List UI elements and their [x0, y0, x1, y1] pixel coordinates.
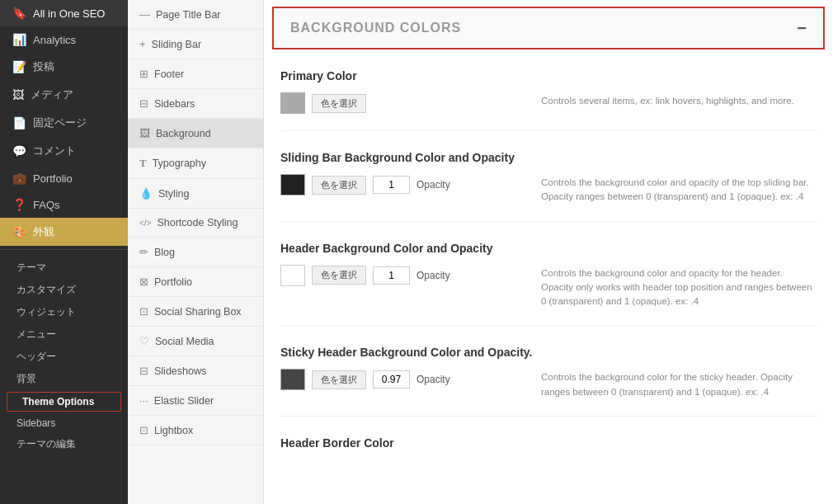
- sidebar-item-media[interactable]: 🖼 メディア: [0, 81, 128, 109]
- faqs-icon: ❓: [12, 198, 26, 211]
- header-color-swatch[interactable]: [280, 265, 305, 286]
- primary-color-swatch[interactable]: [280, 92, 305, 114]
- analytics-icon: 📊: [12, 33, 26, 46]
- mid-footer[interactable]: ⊞ Footer: [128, 59, 263, 89]
- sidebar-item-comments[interactable]: 💬 コメント: [0, 137, 128, 165]
- primary-color-btn[interactable]: 色を選択: [312, 94, 366, 113]
- sticky-header-bg-desc: Controls the background color for the st…: [541, 369, 817, 399]
- sidebar-item-pages[interactable]: 📄 固定ページ: [0, 109, 128, 137]
- mid-sliding-bar[interactable]: + Sliding Bar: [128, 30, 263, 59]
- mid-slideshows[interactable]: ⊟ Slideshows: [128, 356, 263, 386]
- sidebar: 🔖 All in One SEO 📊 Analytics 📝 投稿 🖼 メディア…: [0, 0, 128, 504]
- primary-color-desc: Controls several items, ex: link hovers,…: [541, 92, 817, 108]
- sidebar-item-analytics[interactable]: 📊 Analytics: [0, 26, 128, 53]
- shortcode-icon: </>: [139, 219, 151, 228]
- sidebar-item-faqs[interactable]: ❓ FAQs: [0, 191, 128, 218]
- mid-portfolio[interactable]: ⊠ Portfolio: [128, 267, 263, 297]
- sliding-bar-opacity-label: Opacity: [416, 179, 450, 191]
- sidebar-divider: [0, 249, 128, 250]
- sticky-header-bg-controls: 色を選択 Opacity: [280, 369, 528, 390]
- main-header-title: BACKGROUND COLORS: [290, 21, 461, 35]
- mid-styling[interactable]: 💧 Styling: [128, 179, 263, 209]
- typography-icon: T: [139, 157, 147, 170]
- mid-lightbox[interactable]: ⊡ Lightbox: [128, 416, 263, 445]
- mid-social-media[interactable]: ♡ Social Media: [128, 327, 263, 356]
- header-bg-row: 色を選択 Opacity Controls the background col…: [280, 265, 817, 309]
- submenu-theme-editor[interactable]: テーマの編集: [0, 433, 128, 455]
- submenu-sidebars[interactable]: Sidebars: [0, 413, 128, 433]
- pages-icon: 📄: [12, 116, 26, 130]
- collapse-button[interactable]: −: [797, 20, 807, 36]
- mid-social-sharing[interactable]: ⊡ Social Sharing Box: [128, 297, 263, 327]
- main-content: BACKGROUND COLORS − Primary Color 色を選択 C…: [264, 0, 833, 504]
- mid-shortcode-styling[interactable]: </> Shortcode Styling: [128, 209, 263, 238]
- mid-typography[interactable]: T Typography: [128, 148, 263, 179]
- lightbox-icon: ⊡: [139, 424, 148, 436]
- portfolio-icon: 💼: [12, 172, 26, 185]
- sticky-header-color-btn[interactable]: 色を選択: [312, 370, 366, 389]
- social-sharing-icon: ⊡: [139, 305, 148, 318]
- primary-color-row: 色を選択 Controls several items, ex: link ho…: [280, 92, 817, 114]
- posts-icon: 📝: [12, 60, 26, 73]
- primary-color-section: Primary Color 色を選択 Controls several item…: [280, 69, 817, 131]
- sidebar-item-portfolio[interactable]: 💼 Portfolio: [0, 165, 128, 191]
- submenu-header[interactable]: ヘッダー: [0, 346, 128, 368]
- mid-background[interactable]: 🖼 Background: [128, 119, 263, 148]
- middle-panel: — Page Title Bar + Sliding Bar ⊞ Footer …: [128, 0, 264, 504]
- submenu-background[interactable]: 背景: [0, 368, 128, 390]
- submenu-themes[interactable]: テーマ: [0, 257, 128, 279]
- sliding-bar-bg-controls: 色を選択 Opacity: [280, 174, 528, 195]
- primary-color-controls: 色を選択: [280, 92, 528, 114]
- submenu-menus[interactable]: メニュー: [0, 323, 128, 346]
- sliding-bar-color-swatch[interactable]: [280, 174, 305, 195]
- header-bg-desc: Controls the background color and opacit…: [541, 265, 817, 309]
- sliding-bar-color-btn[interactable]: 色を選択: [312, 176, 366, 195]
- seo-icon: 🔖: [12, 7, 26, 20]
- social-media-icon: ♡: [139, 335, 149, 347]
- elastic-slider-icon: ···: [139, 394, 148, 407]
- header-border-title: Header Border Color: [280, 436, 817, 450]
- submenu-widgets[interactable]: ウィジェット: [0, 301, 128, 323]
- settings-body: Primary Color 色を選択 Controls several item…: [264, 69, 833, 492]
- sticky-header-opacity-input[interactable]: [373, 370, 410, 389]
- background-icon: 🖼: [139, 127, 150, 139]
- sliding-bar-icon: +: [139, 38, 146, 50]
- comments-icon: 💬: [12, 144, 26, 158]
- sliding-bar-bg-row: 色を選択 Opacity Controls the background col…: [280, 174, 817, 205]
- sidebar-item-appearance[interactable]: 🎨 外観: [0, 218, 128, 246]
- header-bg-controls: 色を選択 Opacity: [280, 265, 528, 286]
- header-color-btn[interactable]: 色を選択: [312, 266, 366, 285]
- mid-sidebars[interactable]: ⊟ Sidebars: [128, 89, 263, 119]
- header-bg-section: Header Background Color and Opacity 色を選択…: [280, 242, 817, 327]
- sliding-bar-bg-title: Sliding Bar Background Color and Opacity: [280, 151, 817, 164]
- mid-portfolio-icon: ⊠: [139, 276, 148, 288]
- main-header: BACKGROUND COLORS −: [272, 7, 825, 49]
- sidebar-item-posts[interactable]: 📝 投稿: [0, 53, 128, 81]
- footer-icon: ⊞: [139, 68, 148, 80]
- slideshows-icon: ⊟: [139, 365, 148, 377]
- media-icon: 🖼: [12, 88, 24, 101]
- mid-blog[interactable]: ✏ Blog: [128, 238, 263, 267]
- mid-elastic-slider[interactable]: ··· Elastic Slider: [128, 386, 263, 416]
- sticky-header-bg-row: 色を選択 Opacity Controls the background col…: [280, 369, 817, 399]
- sticky-header-bg-title: Sticky Header Background Color and Opaci…: [280, 346, 817, 359]
- header-opacity-label: Opacity: [416, 270, 450, 281]
- sliding-bar-bg-section: Sliding Bar Background Color and Opacity…: [280, 151, 817, 222]
- mid-page-title-bar[interactable]: — Page Title Bar: [128, 0, 263, 30]
- blog-icon: ✏: [139, 246, 148, 258]
- sliding-bar-opacity-input[interactable]: [373, 176, 410, 194]
- header-bg-title: Header Background Color and Opacity: [280, 242, 817, 255]
- appearance-icon: 🎨: [12, 225, 26, 238]
- sidebars-icon: ⊟: [139, 97, 148, 110]
- sticky-header-color-swatch[interactable]: [280, 369, 305, 390]
- sidebar-item-seo[interactable]: 🔖 All in One SEO: [0, 0, 128, 26]
- submenu-customize[interactable]: カスタマイズ: [0, 279, 128, 301]
- sticky-header-opacity-label: Opacity: [416, 374, 450, 385]
- header-opacity-input[interactable]: [373, 266, 410, 285]
- styling-icon: 💧: [139, 187, 153, 200]
- primary-color-title: Primary Color: [280, 69, 817, 82]
- submenu-theme-options[interactable]: Theme Options: [7, 392, 121, 412]
- header-border-section: Header Border Color: [280, 436, 817, 476]
- sidebar-submenu: テーマ カスタマイズ ウィジェット メニュー ヘッダー 背景 Theme Opt…: [0, 253, 128, 459]
- page-title-bar-icon: —: [139, 8, 150, 21]
